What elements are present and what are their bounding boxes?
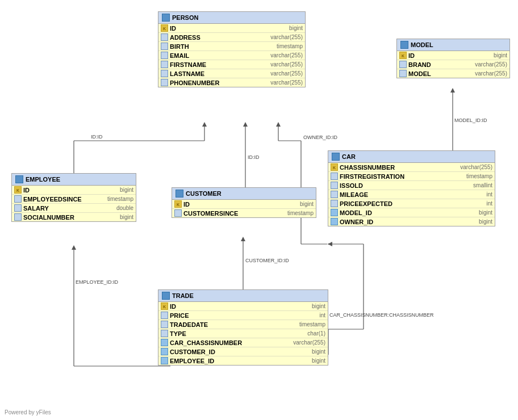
fk-icon	[161, 348, 168, 355]
table-employee[interactable]: EMPLOYEE K ID bigint EMPLOYEEDSINCE time…	[11, 173, 136, 222]
col-icon	[161, 312, 168, 319]
svg-text:OWNER_ID:ID: OWNER_ID:ID	[303, 135, 338, 140]
pk-icon: K	[174, 200, 182, 208]
fk-icon	[331, 209, 338, 216]
pk-icon: K	[14, 186, 22, 194]
table-row: K ID bigint	[397, 51, 509, 60]
table-employee-header: EMPLOYEE	[12, 174, 136, 186]
table-row: SOCIALNUMBER bigint	[12, 213, 136, 221]
table-row: K CHASSISNUMBER varchar(255)	[328, 163, 495, 172]
col-icon	[161, 330, 168, 337]
table-row: K ID bigint	[172, 200, 316, 209]
powered-by-label: Powered by yFiles	[5, 409, 51, 415]
svg-marker-22	[72, 245, 76, 250]
table-row: OWNER_ID bigint	[328, 217, 495, 226]
col-icon	[331, 200, 338, 207]
col-icon	[14, 195, 22, 203]
table-row: K ID bigint	[158, 302, 328, 311]
table-row: FIRSTREGISTRATION timestamp	[328, 172, 495, 181]
table-row: LASTNAME varchar(255)	[158, 69, 305, 78]
svg-text:ID:ID: ID:ID	[248, 154, 260, 160]
col-icon	[174, 209, 182, 217]
table-model-label: MODEL	[411, 41, 433, 48]
svg-text:MODEL_ID:ID: MODEL_ID:ID	[454, 117, 487, 123]
col-icon	[331, 191, 338, 198]
table-person[interactable]: PERSON K ID bigint ADDRESS varchar(255) …	[158, 11, 306, 87]
table-trade-header: TRADE	[158, 290, 328, 302]
svg-marker-15	[450, 88, 455, 93]
table-car[interactable]: CAR K CHASSISNUMBER varchar(255) FIRSTRE…	[328, 150, 495, 226]
table-customer-header: CUSTOMER	[172, 188, 316, 200]
table-row: EMPLOYEEDSINCE timestamp	[12, 195, 136, 204]
fk-icon	[161, 357, 168, 364]
table-icon	[162, 14, 170, 22]
table-row: SALARY double	[12, 204, 136, 213]
table-row: EMPLOYEE_ID bigint	[158, 356, 328, 365]
table-row: ADDRESS varchar(255)	[158, 33, 305, 42]
table-row: MODEL varchar(255)	[397, 69, 509, 78]
table-row: BIRTH timestamp	[158, 42, 305, 51]
table-trade-label: TRADE	[172, 292, 194, 299]
table-row: MILEAGE int	[328, 190, 495, 199]
col-icon	[399, 70, 407, 77]
table-employee-label: EMPLOYEE	[26, 176, 60, 183]
pk-icon: K	[161, 303, 168, 310]
svg-marker-6	[243, 122, 248, 127]
table-row: K ID bigint	[12, 186, 136, 195]
table-model-header: MODEL	[397, 39, 509, 51]
table-row: K ID bigint	[158, 24, 305, 33]
svg-marker-3	[202, 122, 207, 127]
table-row: CUSTOMER_ID bigint	[158, 347, 328, 356]
col-icon	[399, 61, 407, 68]
table-row: EMAIL varchar(255)	[158, 51, 305, 60]
pk-icon: K	[331, 163, 338, 171]
table-row: CAR_CHASSISNUMBER varchar(255)	[158, 338, 328, 347]
col-icon	[161, 33, 168, 41]
table-model[interactable]: MODEL K ID bigint BRAND varchar(255) MOD…	[396, 39, 510, 78]
table-row: PRICEEXPECTED int	[328, 199, 495, 208]
table-row: PHONENUMBER varchar(255)	[158, 78, 305, 87]
table-person-label: PERSON	[172, 14, 198, 21]
fk-icon	[331, 218, 338, 225]
table-icon	[176, 190, 183, 198]
col-icon	[14, 213, 22, 221]
table-row: TYPE char(1)	[158, 329, 328, 338]
svg-text:EMPLOYEE_ID:ID: EMPLOYEE_ID:ID	[76, 279, 119, 285]
table-row: FIRSTNAME varchar(255)	[158, 60, 305, 69]
pk-icon: K	[399, 52, 407, 59]
table-customer[interactable]: CUSTOMER K ID bigint CUSTOMERSINCE times…	[172, 187, 316, 218]
col-icon	[161, 43, 168, 50]
fk-icon	[161, 339, 168, 346]
svg-text:CAR_CHASSISNUMBER:CHASSISNUMBE: CAR_CHASSISNUMBER:CHASSISNUMBER	[329, 312, 434, 318]
table-icon	[332, 153, 340, 161]
table-car-label: CAR	[342, 153, 356, 160]
col-icon	[331, 182, 338, 189]
diagram-container: ID:ID ID:ID OWNER_ID:ID MODEL_ID:ID CUST…	[0, 0, 518, 420]
table-row: PRICE int	[158, 311, 328, 320]
table-person-header: PERSON	[158, 12, 305, 24]
col-icon	[161, 52, 168, 59]
col-icon	[161, 79, 168, 86]
col-icon	[14, 204, 22, 212]
table-icon	[15, 175, 23, 183]
svg-marker-18	[241, 237, 245, 241]
table-icon	[400, 41, 408, 49]
col-icon	[161, 321, 168, 328]
svg-text:CUSTOMER_ID:ID: CUSTOMER_ID:ID	[245, 258, 289, 263]
col-icon	[161, 61, 168, 68]
pk-icon: K	[161, 24, 168, 32]
svg-marker-28	[328, 242, 332, 246]
table-row: BRAND varchar(255)	[397, 60, 509, 69]
table-row: CUSTOMERSINCE timestamp	[172, 209, 316, 217]
table-row: MODEL_ID bigint	[328, 208, 495, 217]
table-row: TRADEDATE timestamp	[158, 320, 328, 329]
table-trade[interactable]: TRADE K ID bigint PRICE int TRADEDATE ti…	[158, 289, 328, 366]
svg-text:ID:ID: ID:ID	[91, 134, 103, 140]
col-icon	[161, 70, 168, 77]
table-row: ISSOLD smallint	[328, 181, 495, 190]
table-icon	[162, 292, 170, 300]
col-icon	[331, 173, 338, 180]
table-car-header: CAR	[328, 151, 495, 163]
table-customer-label: CUSTOMER	[186, 190, 222, 197]
svg-marker-12	[276, 122, 281, 127]
